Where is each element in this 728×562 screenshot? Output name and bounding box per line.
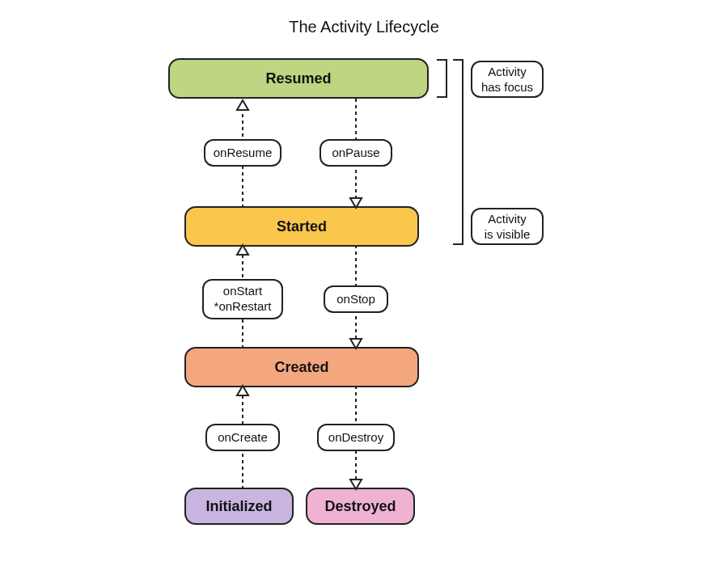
state-created: Created (184, 347, 419, 387)
diagram-canvas: The Activity Lifecycle Resumed Started C… (0, 0, 728, 562)
state-initialized: Initialized (184, 488, 294, 525)
pill-onpause: onPause (320, 139, 392, 167)
state-started: Started (184, 206, 419, 247)
diagram-title: The Activity Lifecycle (0, 18, 728, 36)
state-resumed: Resumed (168, 58, 429, 99)
pill-onstop: onStop (324, 285, 388, 313)
arrowhead-onresume (237, 100, 248, 110)
pill-ondestroy: onDestroy (317, 424, 395, 451)
side-label-focus: Activity has focus (471, 61, 544, 98)
state-destroyed: Destroyed (306, 488, 415, 525)
pill-onstart: onStart *onRestart (202, 279, 283, 319)
pill-onresume: onResume (204, 139, 281, 167)
bracket-focus (437, 60, 447, 97)
pill-oncreate: onCreate (205, 424, 280, 451)
side-label-visible: Activity is visible (471, 208, 544, 245)
bracket-visible (453, 60, 463, 244)
